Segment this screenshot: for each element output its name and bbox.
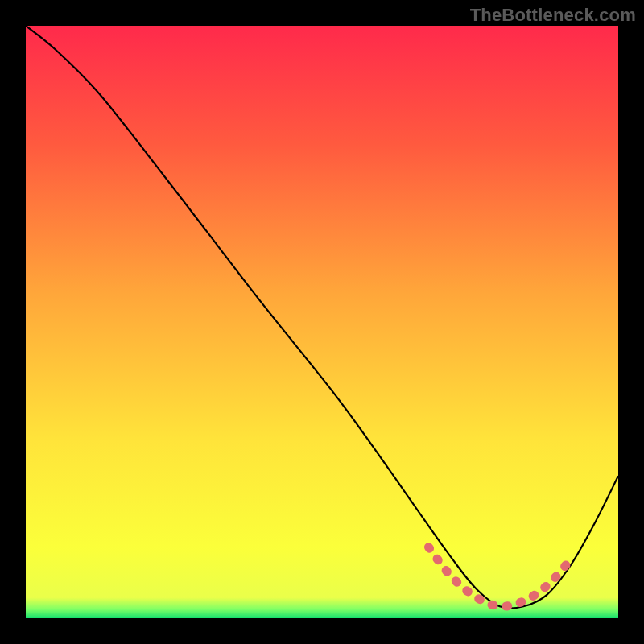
chart-canvas xyxy=(0,0,644,644)
plot-background xyxy=(26,26,618,618)
chart-stage: TheBottleneck.com xyxy=(0,0,644,644)
